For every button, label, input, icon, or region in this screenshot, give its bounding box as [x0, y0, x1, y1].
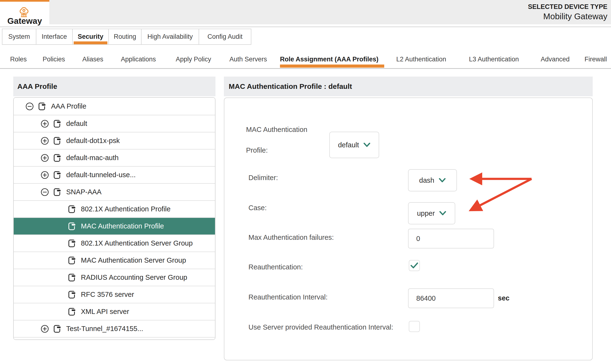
- tree-item-radius-accounting-server-group[interactable]: RADIUS Accounting Server Group: [14, 269, 215, 286]
- subtab-policies[interactable]: Policies: [43, 51, 65, 68]
- subtab-apply-policy[interactable]: Apply Policy: [176, 51, 211, 68]
- selected-device-type-label: SELECTED DEVICE TYPE: [528, 2, 607, 11]
- server-provided-reauth-field-label: Use Server provided Reauthentication Int…: [248, 323, 393, 331]
- subtab-roles[interactable]: Roles: [10, 51, 27, 68]
- tree-item-label: AAA Profile: [51, 102, 86, 110]
- active-tab-underline: [74, 41, 107, 44]
- tree-item-aaa-profile[interactable]: AAA Profile: [14, 98, 215, 115]
- subtab-aliases-label: Aliases: [82, 56, 103, 63]
- detail-panel-title: MAC Authentication Profile : default: [224, 77, 593, 96]
- tree-item-default-dot1x-psk[interactable]: default-dot1x-psk: [14, 132, 215, 149]
- checkmark-icon: [410, 262, 418, 269]
- active-subtab-underline: [280, 65, 384, 68]
- collapse-icon[interactable]: [41, 188, 49, 196]
- tab-routing[interactable]: Routing: [109, 29, 142, 44]
- collapse-icon[interactable]: [26, 102, 34, 110]
- subtab-role-assignment-label: Role Assignment (AAA Profiles): [280, 56, 378, 63]
- case-field-label: Case:: [248, 204, 267, 212]
- tab-interface-label: Interface: [42, 33, 67, 40]
- tree-item-label: XML API server: [81, 308, 129, 316]
- selected-device-type-value: Mobility Gateway: [528, 11, 607, 22]
- tab-security[interactable]: Security: [73, 29, 109, 44]
- tree-item-rfc-3576-server[interactable]: RFC 3576 server: [14, 286, 215, 303]
- tree-item-test-tunnel[interactable]: Test-Tunnel_#1674155...: [14, 320, 215, 337]
- delimiter-dropdown[interactable]: dash: [408, 169, 457, 191]
- mac-auth-profile-field-label: MAC Authentication Profile:: [246, 119, 318, 161]
- profile-doc-icon: [68, 205, 76, 213]
- profile-doc-icon: [68, 291, 76, 299]
- expand-icon[interactable]: [41, 120, 49, 128]
- mac-auth-profile-dropdown[interactable]: default: [329, 132, 379, 158]
- delimiter-field-label: Delimiter:: [248, 174, 278, 182]
- mac-auth-profile-dropdown-value: default: [338, 141, 359, 149]
- reauth-interval-unit-label: sec: [498, 294, 509, 302]
- tree-item-label: RADIUS Accounting Server Group: [81, 273, 187, 281]
- profile-doc-icon: [68, 239, 76, 247]
- tab-system[interactable]: System: [2, 29, 36, 44]
- subtab-applications-label: Applications: [121, 56, 156, 63]
- tree-item-label: SNAP-AAA: [66, 188, 102, 196]
- expand-icon[interactable]: [41, 171, 49, 179]
- tree-item-label: MAC Authentication Server Group: [81, 256, 186, 264]
- profile-doc-icon: [54, 120, 61, 128]
- tab-high-availability[interactable]: High Availability: [142, 29, 199, 44]
- subtab-l3-authentication-label: L3 Authentication: [469, 56, 519, 63]
- reauth-interval-input[interactable]: [408, 288, 494, 308]
- subtab-aliases[interactable]: Aliases: [82, 51, 103, 68]
- tab-config-audit[interactable]: Config Audit: [199, 29, 251, 44]
- tree-item-default-tunneled-user[interactable]: default-tunneled-use...: [14, 166, 215, 183]
- tree-item-mac-authentication-server-group[interactable]: MAC Authentication Server Group: [14, 252, 215, 269]
- subtab-auth-servers[interactable]: Auth Servers: [229, 51, 267, 68]
- tree-item-default[interactable]: default: [14, 115, 215, 132]
- profile-doc-icon: [68, 308, 76, 316]
- tree-item-8021x-authentication-server-group[interactable]: 802.1X Authentication Server Group: [14, 234, 215, 252]
- gateway-product-tab[interactable]: Gateway: [0, 0, 49, 26]
- tree-item-label: 802.1X Authentication Server Group: [81, 239, 193, 247]
- gateway-product-tab-label: Gateway: [0, 16, 49, 26]
- chevron-down-icon: [439, 178, 446, 182]
- profile-doc-icon: [39, 102, 46, 110]
- tab-routing-label: Routing: [114, 33, 136, 40]
- subtab-advanced[interactable]: Advanced: [541, 51, 570, 68]
- tree-item-label: RFC 3576 server: [81, 291, 134, 299]
- subtab-advanced-label: Advanced: [541, 56, 570, 63]
- subtab-apply-policy-label: Apply Policy: [176, 56, 211, 63]
- reauthentication-checkbox[interactable]: [409, 260, 420, 271]
- delimiter-dropdown-value: dash: [419, 176, 434, 184]
- tree-item-default-mac-auth[interactable]: default-mac-auth: [14, 149, 215, 166]
- case-dropdown[interactable]: upper: [408, 202, 455, 224]
- max-auth-failures-input[interactable]: [408, 229, 494, 248]
- profile-doc-icon: [54, 171, 61, 179]
- profile-doc-icon: [54, 188, 61, 196]
- tree-item-xml-api-server[interactable]: XML API server: [14, 303, 215, 320]
- tree-item-label: default-mac-auth: [66, 154, 119, 162]
- tree-item-8021x-authentication-profile[interactable]: 802.1X Authentication Profile: [14, 200, 215, 217]
- subtab-l3-authentication[interactable]: L3 Authentication: [469, 51, 519, 68]
- tab-interface[interactable]: Interface: [36, 29, 73, 44]
- reauth-interval-field-label: Reauthentication Interval:: [248, 293, 328, 301]
- tab-security-label: Security: [78, 33, 104, 40]
- expand-icon[interactable]: [41, 325, 49, 333]
- profile-doc-icon: [54, 154, 61, 162]
- primary-tab-bar: System Interface Security Routing High A…: [2, 29, 251, 45]
- tab-high-availability-label: High Availability: [147, 33, 193, 40]
- chevron-down-icon: [439, 211, 446, 215]
- subtab-applications[interactable]: Applications: [121, 51, 156, 68]
- subtab-firewall-label: Firewall: [585, 56, 607, 63]
- tree-item-label: 802.1X Authentication Profile: [81, 205, 170, 213]
- max-auth-failures-field-label: Max Authentication failures:: [248, 234, 334, 241]
- expand-icon[interactable]: [41, 137, 49, 145]
- subtab-l2-authentication[interactable]: L2 Authentication: [396, 51, 446, 68]
- server-provided-reauth-checkbox[interactable]: [409, 321, 420, 332]
- subtab-auth-servers-label: Auth Servers: [229, 56, 267, 63]
- tree-item-mac-authentication-profile[interactable]: MAC Authentication Profile: [14, 217, 215, 234]
- expand-icon[interactable]: [41, 154, 49, 162]
- tree-item-label: default-dot1x-psk: [66, 137, 120, 145]
- tab-config-audit-label: Config Audit: [208, 33, 243, 40]
- subtab-l2-authentication-label: L2 Authentication: [396, 56, 446, 63]
- subtab-firewall[interactable]: Firewall: [585, 51, 607, 68]
- profile-doc-icon: [54, 325, 61, 333]
- tree-item-snap-aaa[interactable]: SNAP-AAA: [14, 183, 215, 200]
- tree-item-label: default: [66, 120, 87, 128]
- subtab-roles-label: Roles: [10, 56, 27, 63]
